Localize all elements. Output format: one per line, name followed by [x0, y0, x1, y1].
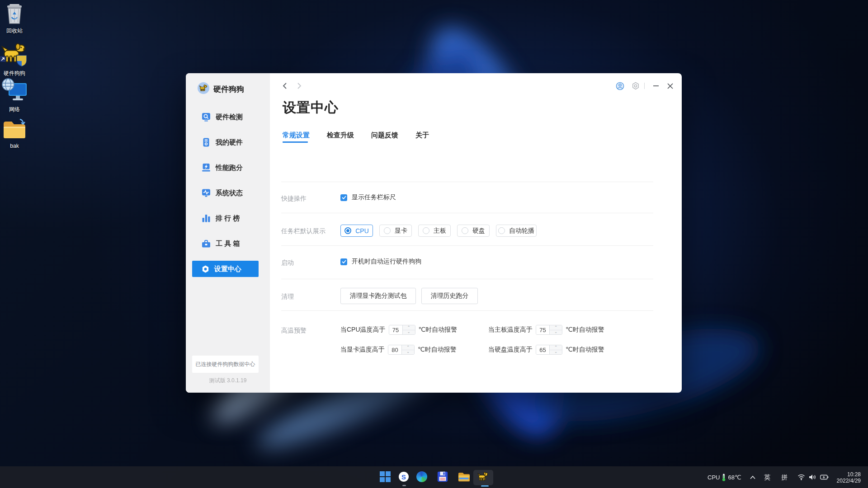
bar-chart-icon [202, 214, 211, 223]
status-badge: 已连接硬件狗狗数据中心 [192, 356, 259, 373]
spinner-down-button[interactable]: ⌄ [550, 330, 562, 335]
sidebar-item-label: 硬件检测 [216, 113, 243, 122]
checkbox-label: 显示任务栏标尺 [352, 193, 396, 202]
radio-option-auto-rotate[interactable]: 自动轮播 [496, 225, 537, 237]
radio-option-motherboard[interactable]: 主板 [418, 225, 451, 237]
nav-forward-button[interactable] [294, 81, 304, 91]
monitor-magnifier-icon [202, 113, 211, 122]
radio-icon [344, 227, 351, 234]
radio-option-cpu[interactable]: CPU [340, 225, 373, 237]
radio-icon [462, 227, 468, 234]
chevron-up-icon [750, 475, 756, 479]
start-icon [380, 471, 391, 482]
spinner-down-button[interactable]: ⌄ [402, 350, 414, 355]
taskbar-clock[interactable]: 10:28 2022/4/29 [825, 471, 861, 484]
ime-english-indicator[interactable]: 英 [764, 474, 770, 482]
taskbar-app-floppy[interactable] [437, 471, 448, 483]
alert-prefix: 当显卡温度高于 [340, 346, 385, 354]
tray-overflow-button[interactable] [750, 466, 756, 488]
divider [281, 213, 653, 213]
tab-feedback[interactable]: 问题反馈 [371, 131, 398, 143]
desktop-icon-bak-folder[interactable]: bak [0, 117, 32, 149]
spinner-down-button[interactable]: ⌄ [550, 350, 562, 355]
cpu-temp-input[interactable] [389, 325, 402, 334]
clean-gpu-benchmark-button[interactable]: 清理显卡跑分测试包 [340, 288, 416, 304]
desktop-icon-network[interactable]: 网络 [0, 78, 32, 113]
spinner-up-button[interactable]: ⌃ [550, 345, 562, 350]
taskbar-app-edge[interactable] [416, 471, 428, 483]
spinner-down-button[interactable]: ⌄ [403, 330, 415, 335]
spinner-up-button[interactable]: ⌃ [550, 325, 562, 330]
run-at-boot-checkbox[interactable] [340, 258, 347, 265]
ime-pinyin-indicator[interactable]: 拼 [781, 474, 788, 482]
tab-check-update[interactable]: 检查升级 [327, 131, 354, 143]
sidebar-item-ranking[interactable]: 排 行 榜 [192, 210, 259, 226]
minimize-icon [653, 83, 659, 89]
divider [281, 279, 653, 279]
running-indicator [402, 485, 406, 486]
spinner-up-button[interactable]: ⌃ [402, 345, 414, 350]
tray-system-icons[interactable] [797, 466, 829, 488]
clean-history-button[interactable]: 清理历史跑分 [421, 288, 478, 304]
desktop-icon-hardware-dog[interactable]: 硬件狗狗 [0, 42, 32, 77]
radio-label: 主板 [434, 227, 446, 235]
chevron-right-icon [297, 82, 302, 89]
settings-button[interactable] [630, 80, 642, 92]
user-icon [616, 82, 624, 90]
taskbar-app-hardware-dog[interactable] [477, 471, 489, 483]
radio-label: 硬盘 [472, 227, 485, 235]
show-taskbar-ruler-checkbox[interactable] [340, 194, 347, 201]
tab-about[interactable]: 关于 [415, 131, 429, 143]
alert-prefix: 当CPU温度高于 [340, 326, 386, 334]
account-button[interactable] [614, 80, 626, 92]
shortcut-arrow-icon [0, 56, 6, 62]
startup-checkbox-row: 开机时自动运行硬件狗狗 [340, 258, 421, 266]
temp-alert-cpu: 当CPU温度高于 ⌃ ⌄ ℃时自动报警 [340, 325, 457, 335]
spinner-up-button[interactable]: ⌃ [403, 325, 415, 330]
gear-icon [632, 82, 640, 90]
app-name: 硬件狗狗 [213, 84, 244, 94]
motherboard-temp-spinner: ⌃ ⌄ [536, 325, 562, 335]
taskbar-app-explorer[interactable] [458, 471, 470, 483]
sidebar-item-system-status[interactable]: 系统状态 [192, 185, 259, 201]
sidebar-item-hardware-detect[interactable]: 硬件检测 [192, 109, 259, 125]
minimize-button[interactable] [650, 80, 662, 92]
sidebar-item-settings[interactable]: 设置中心 [192, 261, 259, 277]
desktop-icon-recycle-bin[interactable]: 回收站 [0, 4, 32, 35]
desktop-icon-label: 网络 [0, 106, 32, 113]
sidebar-item-toolbox[interactable]: 工 具 箱 [192, 235, 259, 252]
quick-ops-checkbox-row: 显示任务栏标尺 [340, 193, 396, 202]
cpu-temp-value: 68℃ [728, 474, 741, 481]
dog-shield-icon [1, 42, 28, 67]
start-button[interactable] [379, 471, 391, 483]
active-tab-underline [283, 141, 308, 143]
page-title: 设置中心 [283, 99, 339, 117]
gpu-temp-input[interactable] [388, 345, 401, 354]
spinner-buttons: ⌃ ⌄ [401, 345, 414, 354]
network-icon [1, 78, 28, 103]
thermometer-icon [721, 474, 726, 481]
nav-back-button[interactable] [280, 81, 290, 91]
taskbar-app-s[interactable]: S [398, 471, 410, 483]
taskbar-display-options: CPU 显卡 主板 硬盘 自动轮播 [340, 225, 537, 237]
desktop-screen: 回收站 硬件狗狗 [0, 0, 868, 488]
s-app-icon: S [399, 472, 409, 482]
radio-label: 自动轮播 [509, 227, 534, 235]
toolbox-icon [202, 239, 211, 248]
radio-option-gpu[interactable]: 显卡 [379, 225, 412, 237]
cpu-temp-tray-widget[interactable]: CPU 68℃ [708, 466, 741, 488]
row-label-taskbar-display: 任务栏默认展示 [281, 227, 326, 235]
sidebar-item-label: 系统状态 [216, 189, 243, 197]
wifi-icon [797, 474, 805, 480]
radio-option-disk[interactable]: 硬盘 [457, 225, 490, 237]
disk-temp-input[interactable] [536, 345, 549, 354]
sidebar-item-benchmark[interactable]: 性能跑分 [192, 160, 259, 176]
sidebar-item-label: 排 行 榜 [216, 214, 240, 223]
chevron-left-icon [282, 82, 288, 89]
row-label-temp-alert: 高温预警 [281, 327, 307, 335]
sidebar-nav: 硬件检测 我的硬件 [186, 109, 270, 286]
sidebar-item-my-hardware[interactable]: 我的硬件 [192, 134, 259, 150]
motherboard-temp-input[interactable] [536, 325, 549, 334]
close-button[interactable] [664, 80, 676, 92]
sidebar-item-label: 我的硬件 [216, 138, 243, 147]
